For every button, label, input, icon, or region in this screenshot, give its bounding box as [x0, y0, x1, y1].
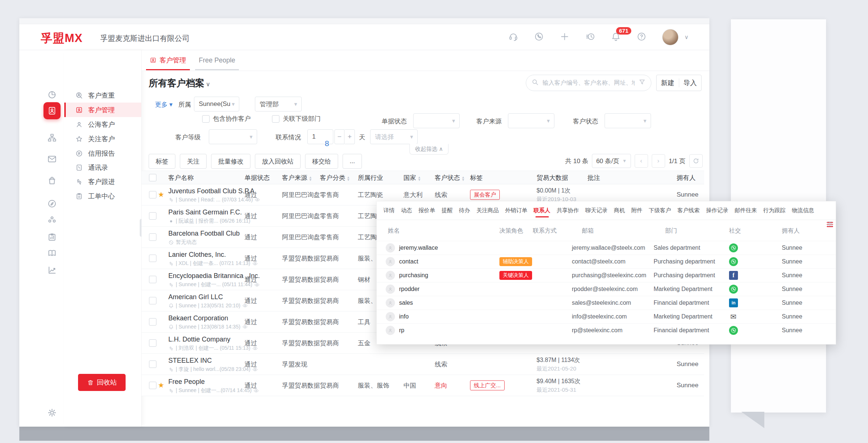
row-checkbox[interactable] [149, 360, 156, 368]
contact-name[interactable]: rpodder [399, 286, 420, 292]
column-header[interactable]: 批注 [587, 174, 600, 182]
sidebar-item-7[interactable]: 工单中心 [64, 189, 141, 203]
import-button[interactable]: 导入 [679, 78, 702, 87]
star-icon[interactable]: ★ [158, 381, 164, 389]
card-view-icon[interactable] [827, 221, 833, 229]
column-header[interactable]: 拥有人 [677, 174, 696, 182]
contact-row[interactable]: jeremy.wallacejeremy.wallace@steelx.comS… [377, 241, 836, 255]
detail-tab-10[interactable]: 商机 [614, 201, 625, 220]
rail-item-org-chart[interactable] [47, 133, 57, 144]
contact-email[interactable]: info@steelexinc.com [572, 313, 627, 320]
sidebar-item-3[interactable]: 关注客户 [64, 132, 141, 146]
row-checkbox[interactable] [149, 276, 156, 283]
rail-item-team[interactable] [47, 215, 57, 226]
row-checkbox[interactable] [149, 255, 156, 262]
chevron-down-icon[interactable]: ∨ [684, 34, 689, 41]
detail-tab-12[interactable]: 下级客户 [649, 201, 671, 220]
detail-tab-6[interactable]: 外销订单 [505, 201, 527, 220]
rail-item-shopping-bag[interactable] [47, 176, 57, 187]
plus-icon[interactable] [560, 32, 570, 43]
more-filters-button[interactable]: 更多 ▾ [155, 100, 172, 109]
detail-tab-3[interactable]: 提醒 [441, 201, 453, 220]
plus-icon[interactable] [560, 32, 570, 42]
column-header[interactable]: 国家▲▼ [404, 174, 416, 182]
rail-item-pie-chart[interactable] [47, 90, 57, 101]
stepper-minus-button[interactable]: − [334, 129, 344, 144]
row-checkbox[interactable] [149, 233, 156, 241]
contact-row[interactable]: rpodderrpodder@steelexinc.comMarketing D… [377, 282, 836, 296]
column-header[interactable]: 所属行业 [358, 174, 383, 182]
contact-email[interactable]: contact@steelx.com [572, 258, 625, 265]
contact-row[interactable]: purchasing关键决策人purchasing@steelexinc.com… [377, 268, 836, 282]
row-checkbox[interactable] [149, 382, 156, 389]
prev-page-button[interactable]: ‹ [635, 154, 648, 168]
headset-icon[interactable] [508, 32, 518, 43]
detail-tab-13[interactable]: 客户线索 [677, 201, 700, 220]
contact-type-select[interactable]: 请选择▼ [370, 129, 418, 144]
column-header[interactable]: 单据状态 [244, 174, 270, 182]
select-all-checkbox[interactable] [149, 174, 156, 181]
funnel-icon[interactable] [638, 78, 646, 86]
rail-item-report-board[interactable] [47, 232, 57, 243]
detail-tab-15[interactable]: 邮件往来 [735, 201, 757, 220]
filter-funnel-icon[interactable] [638, 78, 646, 87]
row-checkbox[interactable] [149, 191, 156, 198]
rail-item-compass[interactable] [47, 199, 57, 210]
whatsapp-icon[interactable] [729, 285, 738, 294]
detail-tab-16[interactable]: 行为跟踪 [763, 201, 786, 220]
checkbox-icon[interactable] [202, 115, 210, 123]
contact-email[interactable]: jeremy.wallace@steelx.com [572, 245, 645, 251]
contact-days-input[interactable]: 1 [307, 129, 333, 144]
owner-select[interactable]: Sunnee(Su▼ [194, 97, 239, 111]
contact-name[interactable]: info [399, 313, 409, 320]
contact-email[interactable]: rp@steelexinc.com [572, 327, 622, 334]
next-page-button[interactable]: › [652, 154, 665, 168]
contact-name[interactable]: jeremy.wallace [399, 245, 438, 251]
tab-1[interactable]: Free People [199, 50, 235, 70]
sidebar-item-5[interactable]: 通讯录 [64, 160, 141, 175]
detail-tab-2[interactable]: 报价单 [418, 201, 435, 220]
column-header[interactable]: 标签 [470, 174, 483, 182]
avatar[interactable] [662, 29, 678, 45]
search-box[interactable] [526, 75, 651, 91]
column-header[interactable]: 客户名称 [168, 174, 194, 182]
contact-row[interactable]: contact辅助决策人contact@steelx.comPurchasing… [377, 255, 836, 268]
contact-social[interactable]: ✉ [729, 312, 738, 321]
whatsapp-icon[interactable] [729, 326, 738, 335]
customer-name[interactable]: American Girl LLC [168, 293, 248, 301]
contact-social[interactable] [729, 257, 738, 266]
contact-email[interactable]: rpodder@steelexinc.com [572, 286, 638, 292]
whatsapp-icon[interactable] [534, 32, 544, 42]
sort-icon[interactable]: ▲▼ [418, 176, 421, 181]
whatsapp-icon[interactable] [729, 257, 738, 266]
contact-social[interactable]: f [729, 271, 738, 280]
contact-row[interactable]: rprp@steelexinc.comFinancial departmentS… [377, 323, 836, 337]
sidebar-item-1[interactable]: 客户管理 [64, 103, 141, 117]
rail-item-gear[interactable] [47, 408, 57, 419]
status-select[interactable]: ▼ [605, 113, 651, 128]
history-icon[interactable] [585, 32, 595, 43]
contact-name[interactable]: sales [399, 300, 413, 306]
table-row[interactable]: ★Free People| Sunnee | 创建一...(07/14 14:4… [142, 375, 704, 396]
sort-icon[interactable]: ▲▼ [347, 176, 350, 181]
whatsapp-icon[interactable] [729, 243, 738, 252]
contact-social[interactable] [729, 243, 738, 252]
detail-tab-7[interactable]: 联系人 [534, 201, 550, 220]
customer-name[interactable]: Barcelona Football Club [168, 230, 240, 237]
star-icon[interactable]: ★ [158, 190, 164, 199]
sort-icon[interactable]: ▲▼ [461, 176, 465, 181]
rail-item-mail[interactable] [47, 154, 57, 165]
detail-tab-9[interactable]: 聊天记录 [585, 201, 608, 220]
sidebar-item-4[interactable]: 信用报告 [64, 146, 141, 161]
row-checkbox[interactable] [149, 212, 156, 220]
include-collab-checkbox[interactable]: 包含协作客户 [202, 114, 251, 123]
detail-tab-17[interactable]: 物流信息 [792, 201, 814, 220]
search-input[interactable] [542, 79, 635, 87]
sort-icon[interactable]: ▲▼ [309, 176, 312, 181]
checkbox-icon[interactable] [272, 115, 279, 123]
whatsapp-icon[interactable] [534, 32, 544, 43]
contact-social[interactable] [729, 285, 738, 294]
rail-item-book[interactable] [47, 248, 57, 259]
column-header[interactable]: 客户来源▲▼ [282, 174, 307, 182]
contact-name[interactable]: rp [399, 327, 404, 334]
